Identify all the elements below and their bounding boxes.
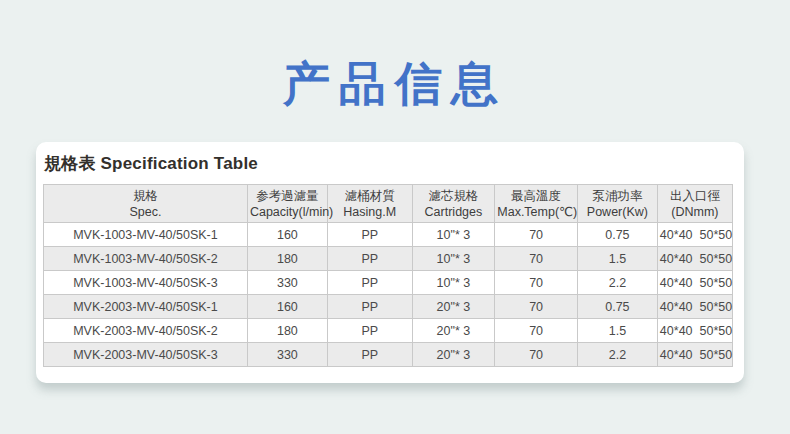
column-header-cartridges: 濾芯規格 Cartridges	[412, 185, 495, 223]
specification-card: 規格表 Specification Table 規格 Spec.	[36, 142, 744, 383]
cell-max-temp: 70	[495, 223, 578, 247]
column-label-en: Hasing.M	[330, 204, 410, 220]
cell-power: 0.75	[577, 223, 657, 247]
cell-spec: MVK-2003-MV-40/50SK-1	[44, 295, 248, 319]
column-label-en: Capacity(l/min)	[250, 204, 325, 220]
cell-cartridges: 10"* 3	[412, 223, 495, 247]
column-label-en: Power(Kw)	[580, 204, 655, 220]
table-row: MVK-1003-MV-40/50SK-2 180 PP 10"* 3 70 1…	[44, 247, 733, 271]
column-label-zh: 出入口徑	[660, 188, 730, 204]
cell-spec: MVK-1003-MV-40/50SK-1	[44, 223, 248, 247]
cell-max-temp: 70	[495, 343, 578, 367]
table-row: MVK-2003-MV-40/50SK-2 180 PP 20"* 3 70 1…	[44, 319, 733, 343]
column-label-zh: 最高溫度	[497, 188, 575, 204]
cell-spec: MVK-1003-MV-40/50SK-2	[44, 247, 248, 271]
column-label-en: Cartridges	[415, 204, 493, 220]
cell-cartridges: 20"* 3	[412, 295, 495, 319]
cell-power: 2.2	[577, 343, 657, 367]
cell-capacity: 160	[247, 295, 327, 319]
table-header-row: 規格 Spec. 参考過濾量 Capacity(l/min) 濾桶材質 Hasi…	[44, 185, 733, 223]
cell-spec: MVK-2003-MV-40/50SK-3	[44, 343, 248, 367]
cell-spec: MVK-1003-MV-40/50SK-3	[44, 271, 248, 295]
cell-housing: PP	[327, 247, 412, 271]
cell-power: 1.5	[577, 319, 657, 343]
column-label-zh: 濾桶材質	[330, 188, 410, 204]
column-header-capacity: 参考過濾量 Capacity(l/min)	[247, 185, 327, 223]
specification-table: 規格 Spec. 参考過濾量 Capacity(l/min) 濾桶材質 Hasi…	[43, 184, 733, 367]
cell-capacity: 330	[247, 343, 327, 367]
cell-cartridges: 20"* 3	[412, 343, 495, 367]
cell-ports: 40*40 50*50	[657, 295, 732, 319]
cell-capacity: 180	[247, 247, 327, 271]
cell-ports: 40*40 50*50	[657, 319, 732, 343]
column-label-zh: 参考過濾量	[250, 188, 325, 204]
cell-max-temp: 70	[495, 295, 578, 319]
column-label-en: Max.Temp(℃)	[497, 204, 575, 220]
column-label-zh: 規格	[46, 188, 245, 204]
column-header-max-temp: 最高溫度 Max.Temp(℃)	[495, 185, 578, 223]
column-header-spec: 規格 Spec.	[44, 185, 248, 223]
product-info-page: 产品信息 規格表 Specification Table 規格 Spec.	[0, 0, 790, 434]
cell-housing: PP	[327, 271, 412, 295]
cell-cartridges: 10"* 3	[412, 247, 495, 271]
cell-power: 1.5	[577, 247, 657, 271]
cell-housing: PP	[327, 223, 412, 247]
cell-capacity: 160	[247, 223, 327, 247]
table-row: MVK-1003-MV-40/50SK-1 160 PP 10"* 3 70 0…	[44, 223, 733, 247]
specification-table-heading: 規格表 Specification Table	[44, 152, 733, 175]
cell-capacity: 180	[247, 319, 327, 343]
page-title: 产品信息	[0, 0, 790, 110]
cell-power: 0.75	[577, 295, 657, 319]
cell-max-temp: 70	[495, 247, 578, 271]
cell-ports: 40*40 50*50	[657, 271, 732, 295]
cell-ports: 40*40 50*50	[657, 223, 732, 247]
cell-ports: 40*40 50*50	[657, 247, 732, 271]
column-label-zh: 濾芯規格	[415, 188, 493, 204]
column-label-en: (DNmm)	[660, 204, 730, 220]
cell-cartridges: 10"* 3	[412, 271, 495, 295]
cell-housing: PP	[327, 343, 412, 367]
column-header-pump-power: 泵浦功率 Power(Kw)	[577, 185, 657, 223]
column-header-port-diameter: 出入口徑 (DNmm)	[657, 185, 732, 223]
cell-max-temp: 70	[495, 271, 578, 295]
table-row: MVK-1003-MV-40/50SK-3 330 PP 10"* 3 70 2…	[44, 271, 733, 295]
table-row: MVK-2003-MV-40/50SK-1 160 PP 20"* 3 70 0…	[44, 295, 733, 319]
column-header-housing-material: 濾桶材質 Hasing.M	[327, 185, 412, 223]
cell-ports: 40*40 50*50	[657, 343, 732, 367]
cell-power: 2.2	[577, 271, 657, 295]
cell-cartridges: 20"* 3	[412, 319, 495, 343]
cell-housing: PP	[327, 319, 412, 343]
cell-housing: PP	[327, 295, 412, 319]
cell-spec: MVK-2003-MV-40/50SK-2	[44, 319, 248, 343]
cell-capacity: 330	[247, 271, 327, 295]
column-label-zh: 泵浦功率	[580, 188, 655, 204]
cell-max-temp: 70	[495, 319, 578, 343]
table-row: MVK-2003-MV-40/50SK-3 330 PP 20"* 3 70 2…	[44, 343, 733, 367]
column-label-en: Spec.	[46, 204, 245, 220]
